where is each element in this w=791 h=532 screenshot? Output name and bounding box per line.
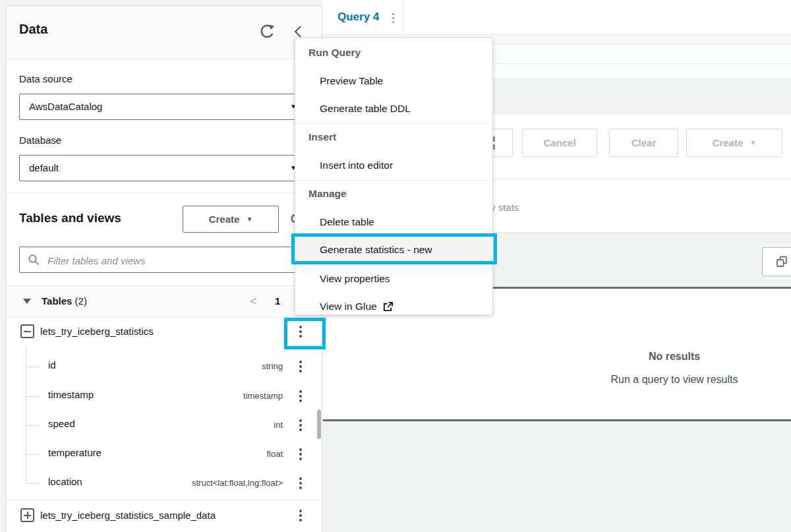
menu-group-run-query: Run Query [308,45,361,60]
column-actions-kebab-icon[interactable] [299,361,302,372]
table-row-collapsed[interactable]: lets_try_iceberg_statistics_sample_data [6,500,322,530]
column-type: int [151,420,283,430]
menu-group-insert: Insert [308,130,336,144]
partial-icon [493,144,495,150]
menu-group-manage: Manage [308,187,347,201]
pagination-prev-icon[interactable]: < [250,295,257,307]
column-actions-kebab-icon[interactable] [299,477,302,489]
table-column-row[interactable]: temperature float [6,447,322,461]
refresh-icon [258,23,276,40]
athena-query-editor-page: Data Data source AwsDataCatalog ▼ Databa… [0,0,791,532]
copy-icon [775,255,788,268]
copy-results-button[interactable] [762,247,791,276]
chevron-down-icon: ▼ [749,139,756,146]
table-column-row[interactable]: timestamp timestamp [6,389,322,403]
tables-group-label: Tables [42,295,72,307]
create-table-button[interactable]: Create ▼ [183,206,279,233]
column-name: location [48,476,82,487]
search-icon [28,254,40,266]
create-button[interactable]: Create ▼ [686,129,782,157]
tab-separator [402,0,403,34]
filter-tables-field [19,247,307,273]
chevron-down-icon: ▼ [246,216,252,223]
bottom-background [323,421,791,532]
tables-count: (2) [75,295,87,307]
create-button-label: Create [209,214,240,225]
menu-divider [295,180,492,181]
column-type: timestamp [151,391,283,401]
column-name: speed [48,418,75,429]
tables-group-header: Tables (2) < 1 [6,285,322,318]
divider [6,192,322,193]
annotation-box-generate-statistics [291,233,497,264]
sidebar-title: Data [19,22,47,37]
sidebar-scrollbar-thumb[interactable] [317,409,321,439]
table-column-row[interactable]: location struct<lat:float,lng:float> [6,476,322,490]
column-type: float [151,449,283,459]
column-name: id [48,359,56,370]
query-tab-bar: Query 4 [323,0,791,35]
menu-item-generate-table-ddl[interactable]: Generate table DDL [320,102,411,116]
collapse-minus-icon[interactable] [20,324,34,338]
tab-options-kebab-icon[interactable] [392,13,394,22]
menu-divider [295,123,492,124]
tab-query-4[interactable]: Query 4 [337,11,379,24]
table-name: lets_try_iceberg_statistics_sample_data [40,510,216,521]
column-type: string [151,361,283,371]
table-name: lets_try_iceberg_statistics [40,326,154,337]
data-sidebar: Data Data source AwsDataCatalog ▼ Databa… [5,5,322,532]
table-actions-kebab-icon[interactable] [299,510,302,521]
left-gutter [0,0,5,532]
database-select[interactable]: default ▼ [19,155,307,181]
no-results-hint: Run a query to view results [542,374,791,386]
menu-item-view-in-glue[interactable]: View in Glue [320,299,394,314]
annotation-box-kebab [284,318,326,349]
data-source-label: Data source [19,73,73,84]
column-type: struct<lat:float,lng:float> [121,478,283,488]
partial-icon [493,136,495,142]
column-actions-kebab-icon[interactable] [299,390,302,402]
database-value: default [29,156,59,181]
filter-tables-input[interactable] [46,248,299,273]
external-link-icon [382,301,394,312]
menu-item-insert-into-editor[interactable]: Insert into editor [320,158,393,173]
column-name: timestamp [48,389,94,400]
tables-and-views-title: Tables and views [19,211,121,225]
data-source-select[interactable]: AwsDataCatalog ▼ [19,94,307,120]
column-name: temperature [48,447,102,458]
column-actions-kebab-icon[interactable] [299,448,302,460]
table-context-menu: Run Query Preview Table Generate table D… [295,38,493,315]
table-column-row[interactable]: speed int [6,418,322,432]
refresh-button[interactable] [258,23,276,40]
column-actions-kebab-icon[interactable] [299,419,302,431]
cancel-button[interactable]: Cancel [522,129,597,157]
table-row-expanded[interactable]: lets_try_iceberg_statistics [6,316,322,347]
collapse-tables-toggle[interactable] [23,299,31,304]
data-source-value: AwsDataCatalog [29,94,102,119]
no-results-title: No results [542,351,791,363]
table-column-row[interactable]: id string [6,359,322,374]
top-gutter [5,0,323,5]
menu-item-view-properties[interactable]: View properties [320,272,390,286]
expand-plus-icon[interactable] [20,508,34,522]
database-label: Database [19,134,61,146]
query-stats-text: y stats [490,202,519,213]
menu-item-delete-table[interactable]: Delete table [320,215,374,229]
menu-item-preview-table[interactable]: Preview Table [320,74,383,88]
pagination-page-number[interactable]: 1 [275,295,280,307]
clear-button[interactable]: Clear [609,129,678,157]
sidebar-header: Data [6,6,322,59]
